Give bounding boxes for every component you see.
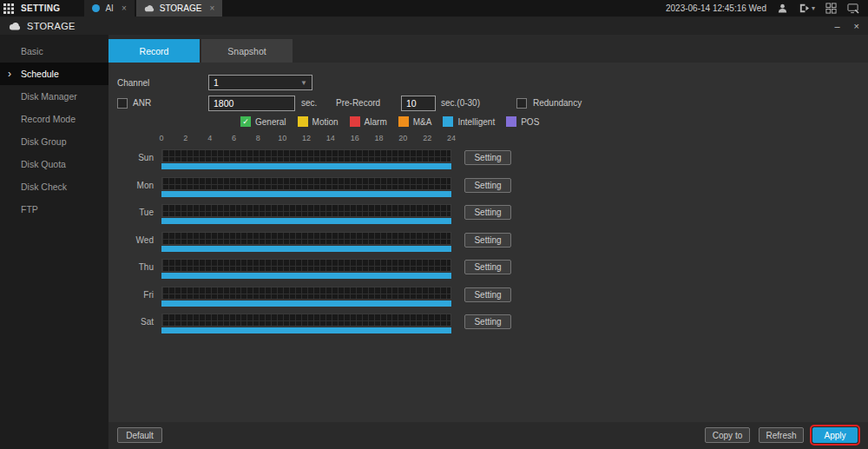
- sidebar-item-disk-manager[interactable]: Disk Manager: [0, 85, 108, 108]
- legend-label: M&A: [413, 117, 432, 127]
- window-titlebar: STORAGE – ×: [0, 17, 868, 35]
- setting-button-thu[interactable]: Setting: [464, 260, 511, 274]
- apps-grid-icon[interactable]: [0, 0, 17, 17]
- sidebar-item-disk-group[interactable]: Disk Group: [0, 130, 108, 153]
- hour-axis: 024681012141618202224: [161, 134, 451, 142]
- setting-button-wed[interactable]: Setting: [464, 233, 511, 248]
- legend-swatch-checkbox[interactable]: [443, 116, 453, 127]
- sidebar-item-schedule[interactable]: ›Schedule: [0, 63, 108, 85]
- taskbar: SETTING AI × STORAGE × 2023-06-14 12:45:…: [0, 0, 868, 17]
- legend-item-motion: Motion: [298, 116, 339, 127]
- window-controls: – ×: [834, 21, 859, 31]
- storage-settings-window: SETTING AI × STORAGE × 2023-06-14 12:45:…: [0, 0, 868, 449]
- legend-swatch-checkbox[interactable]: ✓: [240, 116, 251, 127]
- redundancy-checkbox[interactable]: [516, 98, 527, 109]
- hour-tick-label: 8: [256, 134, 260, 142]
- legend-swatch-checkbox[interactable]: [298, 116, 308, 127]
- day-label-fri: Fri: [119, 290, 154, 300]
- tab-record[interactable]: Record: [108, 39, 200, 63]
- storage-tab-close-icon[interactable]: ×: [209, 3, 214, 13]
- minimize-button[interactable]: –: [834, 21, 839, 31]
- timeline-grid: [161, 204, 451, 217]
- legend-item-alarm: Alarm: [350, 116, 387, 127]
- setting-menu-button[interactable]: SETTING: [17, 0, 82, 17]
- hour-tick-label: 16: [351, 134, 359, 142]
- legend-label: Motion: [312, 117, 339, 127]
- day-label-thu: Thu: [119, 262, 154, 272]
- setting-button-fri[interactable]: Setting: [464, 287, 511, 302]
- window-layout-icon[interactable]: [825, 3, 837, 14]
- timeline-tue[interactable]: [161, 204, 451, 224]
- taskbar-tab-storage[interactable]: STORAGE ×: [136, 0, 223, 17]
- day-label-sun: Sun: [119, 153, 154, 162]
- grid-glyph: [3, 3, 14, 14]
- live-view-icon[interactable]: [847, 3, 859, 14]
- legend-swatch-checkbox[interactable]: [506, 116, 516, 127]
- ai-tab-icon: [92, 4, 100, 12]
- ai-tab-close-icon[interactable]: ×: [122, 3, 127, 13]
- copy-to-button[interactable]: Copy to: [705, 427, 750, 443]
- hour-tick-label: 22: [423, 134, 431, 142]
- sidebar-item-label: Schedule: [21, 69, 59, 79]
- sidebar-item-disk-quota[interactable]: Disk Quota: [0, 153, 108, 175]
- tab-snapshot[interactable]: Snapshot: [201, 39, 293, 63]
- sidebar-item-basic[interactable]: Basic: [0, 40, 108, 63]
- hour-tick-label: 0: [159, 134, 163, 142]
- day-label-sat: Sat: [119, 317, 154, 327]
- taskbar-tab-ai[interactable]: AI ×: [84, 0, 134, 17]
- record-type-legend: ✓GeneralMotionAlarmM&AIntelligentPOS: [240, 116, 539, 127]
- hour-tick-label: 12: [302, 134, 311, 142]
- legend-label: Intelligent: [457, 117, 495, 127]
- timeline-sat[interactable]: [161, 314, 451, 333]
- timeline-mon[interactable]: [161, 177, 451, 197]
- sidebar: Basic›ScheduleDisk ManagerRecord ModeDis…: [0, 35, 108, 449]
- timeline-thu[interactable]: [161, 259, 451, 279]
- sidebar-item-record-mode[interactable]: Record Mode: [0, 108, 108, 130]
- hour-tick-label: 14: [326, 134, 335, 142]
- close-button[interactable]: ×: [854, 21, 859, 31]
- channel-dropdown[interactable]: 1 ▼: [208, 75, 312, 90]
- sidebar-item-label: Disk Quota: [21, 159, 66, 169]
- hour-tick-label: 6: [232, 134, 236, 142]
- logout-caret-icon: ▾: [812, 4, 815, 12]
- system-datetime: 2023-06-14 12:45:16 Wed: [666, 3, 766, 13]
- recorded-period-bar: [161, 163, 451, 169]
- hour-tick-label: 24: [447, 134, 456, 142]
- timeline-sun[interactable]: [161, 149, 451, 169]
- sidebar-item-label: Basic: [21, 46, 43, 56]
- legend-swatch-checkbox[interactable]: [398, 116, 409, 127]
- setting-button-mon[interactable]: Setting: [464, 178, 511, 193]
- legend-label: POS: [521, 117, 539, 127]
- taskbar-right: 2023-06-14 12:45:16 Wed ▾: [666, 3, 868, 14]
- default-button[interactable]: Default: [117, 427, 162, 443]
- recorded-period-bar: [161, 327, 451, 333]
- timeline-grid: [161, 232, 451, 245]
- recorded-period-bar: [161, 218, 451, 224]
- timeline-wed[interactable]: [161, 232, 451, 252]
- sidebar-item-label: Disk Group: [21, 136, 67, 147]
- hour-tick-label: 10: [278, 134, 286, 142]
- logout-icon[interactable]: ▾: [799, 3, 815, 14]
- setting-button-sun[interactable]: Setting: [464, 150, 511, 165]
- legend-label: Alarm: [365, 117, 387, 127]
- apply-button[interactable]: Apply: [812, 427, 858, 443]
- legend-item-pos: POS: [506, 116, 539, 127]
- timeline-fri[interactable]: [161, 287, 451, 307]
- refresh-button[interactable]: Refresh: [759, 427, 804, 443]
- timeline-grid: [161, 314, 451, 327]
- hour-tick-label: 2: [183, 134, 187, 142]
- anr-checkbox[interactable]: [117, 98, 128, 109]
- user-account-icon[interactable]: [777, 3, 788, 14]
- legend-item-general: ✓General: [240, 116, 286, 127]
- sidebar-item-disk-check[interactable]: Disk Check: [0, 175, 108, 198]
- anr-label: ANR: [133, 98, 151, 109]
- sidebar-item-ftp[interactable]: FTP: [0, 198, 108, 221]
- sidebar-item-label: FTP: [21, 204, 38, 215]
- legend-swatch-checkbox[interactable]: [350, 116, 360, 127]
- chevron-down-icon: ▼: [300, 79, 307, 87]
- ai-tab-label: AI: [105, 3, 113, 13]
- setting-button-sat[interactable]: Setting: [464, 314, 511, 329]
- pre-record-input[interactable]: [401, 96, 436, 111]
- anr-input[interactable]: [208, 96, 295, 111]
- setting-button-tue[interactable]: Setting: [464, 205, 511, 220]
